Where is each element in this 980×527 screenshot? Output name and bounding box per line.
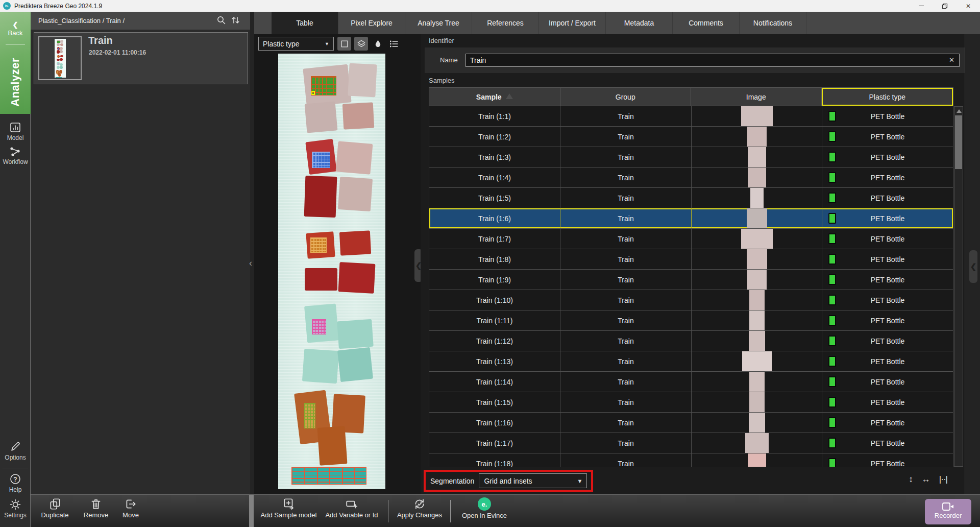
recorder-button[interactable]: Recorder [925, 499, 971, 524]
app-window: b. Prediktera Breeze Geo 2024.1.9 ✕ ❮ Ba… [0, 0, 980, 527]
pencil-icon [9, 441, 21, 453]
table-scrollbar[interactable] [954, 106, 963, 467]
image-cell [692, 147, 822, 167]
duplicate-button[interactable]: Duplicate [36, 497, 74, 519]
scrollbar-thumb[interactable] [955, 115, 962, 169]
image-cell-strip [749, 290, 765, 310]
tab-notifications[interactable]: Notifications [740, 12, 806, 34]
window-title: Prediktera Breeze Geo 2024.1.9 [14, 3, 102, 10]
image-cell-strip [750, 188, 764, 208]
splitter-left[interactable] [250, 12, 254, 494]
column-header-group[interactable]: Group [560, 88, 692, 106]
contrast-button[interactable] [371, 37, 385, 51]
explorer-panel: Plastic_Classification / Train / Train 2… [31, 12, 250, 494]
sort-icon[interactable] [230, 15, 241, 26]
group-cell: Train [560, 331, 692, 351]
toolbar-splitter-band[interactable] [249, 495, 254, 527]
resize-horizontal-icon[interactable]: ↔ [922, 474, 930, 485]
table-row[interactable]: Train (1:5)TrainPET Bottle [429, 188, 953, 208]
fit-width-icon[interactable]: |··| [939, 474, 947, 485]
back-analyzer-block[interactable]: ❮ Back Analyzer [0, 12, 31, 114]
tab-table[interactable]: Table [272, 12, 338, 34]
segmentation-grid-overlay [312, 152, 330, 168]
restore-button[interactable] [933, 0, 957, 12]
table-row[interactable]: Train (1:1)TrainPET Bottle [429, 106, 953, 127]
plastic-flake [339, 230, 371, 255]
table-row[interactable]: Train (1:16)TrainPET Bottle [429, 413, 953, 433]
column-header-sample[interactable]: Sample [429, 88, 560, 106]
collapse-right-handle[interactable]: ❮ [969, 250, 977, 283]
segmentation-annotation-box: Segmentation Grid and insets ▼ [424, 470, 593, 492]
nav-item-options[interactable]: Options [0, 441, 31, 461]
bottom-toolbar: Duplicate Remove Move Add Sample model A… [31, 494, 980, 527]
open-in-evince-button[interactable]: e. Open in Evince [456, 497, 512, 519]
tab-references[interactable]: References [472, 12, 539, 34]
table-row[interactable]: Train (1:3)TrainPET Bottle [429, 147, 953, 167]
table-row[interactable]: Train (1:17)TrainPET Bottle [429, 433, 953, 453]
tab-import-export[interactable]: Import / Export [539, 12, 606, 34]
group-cell: Train [560, 290, 692, 310]
remove-button[interactable]: Remove [78, 497, 114, 519]
table-row[interactable]: Train (1:11)TrainPET Bottle [429, 310, 953, 331]
plastic-flake [304, 176, 337, 218]
layer-selector-dropdown[interactable]: Plastic type ▼ [258, 37, 334, 51]
plastic-flake [305, 268, 337, 291]
table-row[interactable]: Train (1:13)TrainPET Bottle [429, 351, 953, 372]
minimize-button[interactable] [910, 0, 933, 12]
right-edge-margin: ❮ [965, 34, 980, 494]
class-color-swatch [828, 336, 836, 346]
add-sample-model-button[interactable]: Add Sample model [259, 497, 318, 519]
table-row[interactable]: Train (1:4)TrainPET Bottle [429, 167, 953, 188]
resize-vertical-icon[interactable]: ↕ [909, 474, 913, 485]
collapse-left-chevron-icon[interactable]: ‹ [249, 258, 252, 269]
table-row[interactable]: Train (1:9)TrainPET Bottle [429, 270, 953, 290]
table-row[interactable]: Train (1:12)TrainPET Bottle [429, 331, 953, 351]
nav-item-help[interactable]: ? Help [0, 473, 31, 493]
close-button[interactable]: ✕ [957, 0, 980, 12]
nav-item-settings[interactable]: Settings [0, 498, 31, 519]
view-mode-layers-button[interactable] [354, 37, 368, 51]
table-row[interactable]: Train (1:7)TrainPET Bottle [429, 229, 953, 249]
highlighted-grid-cell [311, 91, 315, 95]
search-icon[interactable] [216, 15, 227, 26]
table-row[interactable]: Train (1:2)TrainPET Bottle [429, 127, 953, 147]
sample-image-strip[interactable] [278, 54, 385, 489]
table-row[interactable]: Train (1:14)TrainPET Bottle [429, 372, 953, 392]
table-row[interactable]: Train (1:6)TrainPET Bottle [429, 208, 953, 229]
layer-selector-value: Plastic type [263, 40, 300, 48]
tab-metadata[interactable]: Metadata [606, 12, 673, 34]
image-cell [692, 249, 822, 269]
breadcrumb[interactable]: Plastic_Classification / Train / [38, 17, 125, 25]
plastic-type-value: PET Bottle [871, 153, 905, 161]
apply-changes-button[interactable]: Apply Changes [394, 497, 445, 519]
add-variable-button[interactable]: Add Variable or Id [321, 497, 383, 519]
clear-name-icon[interactable]: ✕ [949, 56, 954, 64]
group-cell: Train [560, 270, 692, 290]
sample-cell: Train (1:7) [429, 229, 560, 249]
plastic-type-cell: PET Bottle [822, 453, 953, 467]
plastic-flake [337, 319, 374, 349]
nav-divider [3, 468, 28, 468]
table-row[interactable]: Train (1:10)TrainPET Bottle [429, 290, 953, 310]
tab-comments[interactable]: Comments [673, 12, 740, 34]
move-button[interactable]: Move [116, 497, 145, 519]
table-row[interactable]: Train (1:15)TrainPET Bottle [429, 392, 953, 413]
table-row[interactable]: Train (1:18)TrainPET Bottle [429, 453, 953, 467]
title-bar: b. Prediktera Breeze Geo 2024.1.9 ✕ [0, 0, 980, 12]
list-view-button[interactable] [387, 37, 401, 51]
segmentation-dropdown[interactable]: Grid and insets ▼ [479, 473, 587, 488]
identifier-box: Name ✕ [425, 47, 965, 73]
scroll-up-icon[interactable] [957, 109, 962, 113]
dataset-card-train[interactable]: Train 2022-02-01 11:00:16 [34, 32, 248, 84]
image-cell-strip [741, 106, 773, 126]
sample-cell: Train (1:5) [429, 188, 560, 208]
column-header-plastic-type[interactable]: Plastic type [822, 88, 953, 106]
tab-pixel-explore[interactable]: Pixel Explore [338, 12, 405, 34]
table-row[interactable]: Train (1:8)TrainPET Bottle [429, 249, 953, 270]
tab-analyse-tree[interactable]: Analyse Tree [405, 12, 472, 34]
name-input[interactable] [466, 54, 959, 66]
nav-item-model[interactable]: Model [0, 122, 31, 141]
column-header-image[interactable]: Image [691, 88, 822, 106]
view-mode-square-button[interactable] [337, 37, 351, 51]
nav-item-workflow[interactable]: Workflow [0, 146, 31, 165]
